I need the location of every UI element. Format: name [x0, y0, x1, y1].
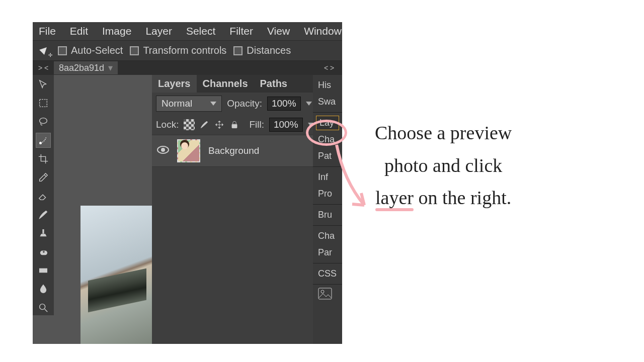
blend-mode-select[interactable]: Normal	[156, 96, 222, 112]
sidebar-item-character[interactable]: Cha	[313, 228, 342, 244]
lock-label: Lock:	[156, 119, 179, 130]
svg-point-10	[321, 290, 324, 293]
visibility-toggle[interactable]	[157, 145, 169, 156]
canvas-preview[interactable]	[80, 206, 153, 344]
layer-name[interactable]: Background	[208, 145, 259, 156]
auto-select-label: Auto-Select	[71, 45, 123, 56]
workspace: Layers Channels Paths Normal Opacity: 10…	[33, 75, 342, 344]
sidebar-item-paragraph[interactable]: Par	[313, 244, 342, 261]
app-window: File Edit Image Layer Select Filter View…	[33, 22, 342, 344]
brush-tool[interactable]	[36, 207, 51, 222]
distances-checkbox[interactable]: Distances	[233, 45, 291, 56]
menu-edit[interactable]: Edit	[70, 25, 88, 37]
layer-thumbnail[interactable]	[177, 139, 200, 162]
lock-icons	[184, 119, 240, 130]
svg-rect-4	[40, 268, 47, 272]
right-sidebar-collapse-toggle[interactable]: < >	[316, 64, 342, 72]
move-tool[interactable]	[36, 77, 51, 92]
lock-move-icon[interactable]	[214, 119, 225, 130]
quick-select-tool[interactable]	[36, 133, 51, 148]
fill-value[interactable]: 100%	[269, 118, 303, 132]
move-tool-icon	[40, 45, 51, 56]
lasso-tool[interactable]	[36, 114, 51, 129]
auto-select-checkbox[interactable]: Auto-Select	[58, 45, 123, 56]
sidebar-item-images[interactable]	[313, 285, 342, 305]
svg-point-8	[161, 148, 165, 152]
tab-channels[interactable]: Channels	[197, 75, 254, 93]
svg-rect-6	[232, 124, 237, 128]
menu-select[interactable]: Select	[186, 25, 215, 37]
menubar: File Edit Image Layer Select Filter View…	[33, 22, 342, 40]
eraser-tool[interactable]	[36, 189, 51, 204]
annotation-line3: layer on the right.	[375, 182, 512, 214]
opacity-value[interactable]: 100%	[267, 97, 301, 111]
healing-tool[interactable]	[36, 244, 51, 259]
annotation-line1: Choose a preview	[375, 117, 512, 149]
svg-rect-9	[318, 288, 332, 299]
document-tab-title: 8aa2ba91d	[59, 63, 104, 73]
menu-file[interactable]: File	[39, 25, 56, 37]
fill-label: Fill:	[249, 119, 264, 130]
sidebar-item-swatches[interactable]: Swa	[313, 94, 342, 110]
opacity-label: Opacity:	[227, 98, 262, 109]
menu-image[interactable]: Image	[102, 25, 131, 37]
annotation-line2: photo and click	[375, 149, 512, 182]
eyedropper-tool[interactable]	[36, 170, 51, 185]
menu-filter[interactable]: Filter	[229, 25, 253, 37]
options-bar: Auto-Select Transform controls Distances	[33, 40, 342, 61]
toolbar-collapse-toggle[interactable]: > <	[33, 64, 54, 72]
transform-controls-checkbox[interactable]: Transform controls	[130, 45, 226, 56]
annotation-underlined: layer	[375, 187, 414, 208]
svg-point-5	[40, 304, 45, 310]
lock-all-icon[interactable]	[229, 119, 240, 130]
document-tab[interactable]: 8aa2ba91d ▾	[54, 61, 118, 74]
tool-sidebar	[33, 75, 54, 315]
annotation-arrow	[329, 140, 374, 215]
document-tab-bar: > < 8aa2ba91d ▾ < >	[33, 61, 342, 75]
gradient-tool[interactable]	[36, 263, 51, 278]
blend-mode-value: Normal	[162, 98, 192, 109]
svg-point-1	[40, 118, 47, 124]
menu-view[interactable]: View	[267, 25, 290, 37]
menu-window[interactable]: Window	[304, 25, 342, 37]
tab-paths[interactable]: Paths	[254, 75, 293, 93]
tab-layers[interactable]: Layers	[152, 75, 197, 93]
annotation-text: Choose a preview photo and click layer o…	[375, 117, 512, 214]
zoom-tool[interactable]	[36, 300, 51, 315]
sidebar-item-css[interactable]: CSS	[313, 265, 342, 282]
chevron-down-icon[interactable]: ▾	[108, 62, 113, 73]
rect-select-tool[interactable]	[36, 96, 51, 111]
sidebar-item-history[interactable]: His	[313, 77, 342, 94]
menu-layer[interactable]: Layer	[145, 25, 172, 37]
svg-point-2	[40, 142, 42, 144]
blur-tool[interactable]	[36, 282, 51, 297]
lock-paint-icon[interactable]	[199, 119, 210, 130]
clone-stamp-tool[interactable]	[36, 226, 51, 241]
distances-label: Distances	[247, 45, 291, 56]
lock-transparency-icon[interactable]	[184, 119, 195, 130]
crop-tool[interactable]	[36, 151, 51, 166]
transform-label: Transform controls	[143, 45, 226, 56]
chevron-down-icon[interactable]	[306, 102, 312, 106]
svg-rect-0	[40, 100, 47, 107]
chevron-down-icon	[210, 102, 216, 106]
